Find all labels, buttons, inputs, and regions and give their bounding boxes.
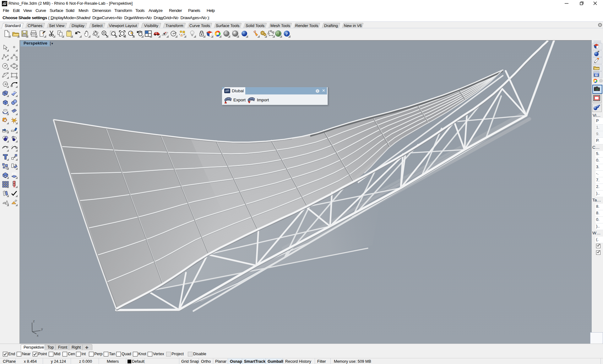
svg-text:y: y — [41, 327, 43, 331]
svg-text:6: 6 — [5, 1, 7, 4]
svg-text:x: x — [37, 334, 39, 337]
svg-text:z: z — [33, 319, 35, 323]
svg-text:?: ? — [286, 31, 288, 36]
svg-text:?: ? — [595, 73, 597, 77]
